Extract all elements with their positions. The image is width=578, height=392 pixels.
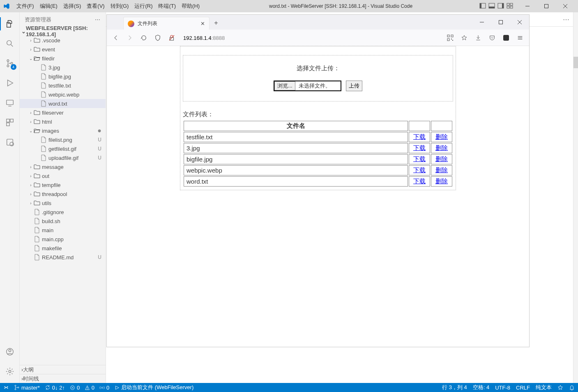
folder-html[interactable]: ›html (20, 117, 106, 126)
qr-icon[interactable] (445, 33, 455, 43)
menu-view[interactable]: 查看(V) (84, 1, 107, 11)
file-main[interactable]: main (20, 226, 106, 235)
timeline-section[interactable]: ›时间线 (20, 374, 106, 383)
outline-section[interactable]: ›大纲 (20, 365, 106, 374)
file-getfilelist.gif[interactable]: getfilelist.gifU (20, 144, 106, 153)
menu-run[interactable]: 运行(R) (132, 1, 155, 11)
folder-threadpool[interactable]: ›threadpool (20, 189, 106, 198)
svg-rect-7 (510, 3, 513, 5)
layout-primary-sidebar-icon[interactable] (479, 2, 486, 10)
file-README.md[interactable]: README.mdU (20, 253, 106, 262)
status-launch[interactable]: 启动当前文件 (WebFileServer) (114, 384, 193, 391)
folder-out[interactable]: ›out (20, 171, 106, 180)
activity-extra[interactable] (0, 134, 20, 150)
folder-message[interactable]: ›message (20, 162, 106, 171)
download-link[interactable]: 下载 (409, 165, 430, 175)
menu-selection[interactable]: 选择(S) (61, 1, 83, 11)
activity-run-debug[interactable] (0, 75, 20, 91)
menu-edit[interactable]: 编辑(E) (37, 1, 60, 11)
download-icon[interactable] (473, 33, 483, 43)
nav-forward-icon[interactable] (125, 33, 135, 43)
shield-icon[interactable] (153, 33, 163, 43)
file-build.sh[interactable]: build.sh (20, 217, 106, 226)
file-makefile[interactable]: makefile (20, 244, 106, 253)
layout-customize-icon[interactable] (507, 2, 513, 10)
folder-tempfile[interactable]: ›tempfile (20, 180, 106, 189)
status-encoding[interactable]: UTF-8 (495, 385, 510, 391)
status-problems[interactable]: 0 0 (70, 385, 94, 391)
tab-close-icon[interactable]: ✕ (200, 21, 205, 27)
delete-link[interactable]: 删除 (431, 143, 452, 153)
lock-icon[interactable] (167, 33, 177, 43)
menu-go[interactable]: 转到(G) (108, 1, 131, 11)
status-spaces[interactable]: 空格: 4 (473, 384, 489, 391)
file-chooser[interactable]: 浏览... 未选择文件。 (274, 81, 341, 91)
editor-more-icon[interactable]: ⋯ (563, 16, 570, 23)
folder-utils[interactable]: ›utils (20, 198, 106, 208)
delete-link[interactable]: 删除 (431, 154, 452, 164)
browser-viewport[interactable]: 选择文件上传： 浏览... 未选择文件。 上传 文件列表： 文件名 testfi… (107, 46, 529, 347)
layout-panel-icon[interactable] (488, 2, 495, 10)
menu-terminal[interactable]: 终端(T) (156, 1, 178, 11)
app-menu-icon[interactable] (515, 33, 525, 43)
activity-explorer[interactable] (0, 16, 20, 32)
file-filelist.png[interactable]: filelist.pngU (20, 135, 106, 144)
file-testfile.txt[interactable]: testfile.txt (20, 81, 106, 90)
status-lncol[interactable]: 行 3，列 4 (442, 384, 467, 391)
account-icon[interactable] (501, 33, 511, 43)
folder-fileserver[interactable]: ›fileserver (20, 108, 106, 117)
download-link[interactable]: 下载 (409, 176, 430, 187)
window-maximize-button[interactable] (537, 0, 556, 12)
url-bar[interactable]: 192.168.1.4:8888 (181, 35, 441, 41)
activity-settings[interactable] (0, 363, 20, 380)
menu-help[interactable]: 帮助(H) (179, 1, 202, 11)
status-bell-icon[interactable] (569, 385, 575, 390)
file-.gitignore[interactable]: .gitignore (20, 208, 106, 217)
download-link[interactable]: 下载 (409, 154, 430, 164)
bookmark-star-icon[interactable] (459, 33, 469, 43)
folder-event[interactable]: ›event (20, 45, 106, 54)
folder-images[interactable]: ⌄images● (20, 126, 106, 135)
activity-remote-explorer[interactable] (0, 95, 20, 111)
activity-source-control[interactable]: 4 (0, 55, 20, 71)
browser-minimize-button[interactable] (472, 15, 491, 30)
window-close-button[interactable] (556, 0, 575, 12)
layout-secondary-sidebar-icon[interactable] (497, 2, 504, 10)
nav-back-icon[interactable] (111, 33, 121, 43)
file-uploadfile.gif[interactable]: uploadfile.gifU (20, 153, 106, 162)
browse-button[interactable]: 浏览... (274, 81, 295, 90)
delete-link[interactable]: 删除 (431, 165, 452, 175)
browser-maximize-button[interactable] (491, 15, 510, 30)
status-ports[interactable]: 0 (99, 385, 109, 391)
window-minimize-button[interactable] (518, 0, 537, 12)
explorer-root[interactable]: ⌄ WEBFILESERVER [SSH: 192.168.1.4] (20, 27, 106, 36)
download-link[interactable]: 下载 (409, 132, 430, 142)
status-feedback-icon[interactable] (557, 385, 563, 390)
status-remote[interactable] (3, 385, 9, 390)
upload-submit-button[interactable]: 上传 (346, 81, 362, 91)
status-language[interactable]: 纯文本 (536, 384, 552, 391)
activity-accounts[interactable] (0, 344, 20, 360)
file-3.jpg[interactable]: 3.jpg (20, 63, 106, 72)
browser-tab[interactable]: 文件列表 ✕ (123, 17, 210, 30)
file-word.txt[interactable]: word.txt (20, 99, 106, 108)
activity-extensions[interactable] (0, 114, 20, 131)
file-main.cpp[interactable]: main.cpp (20, 235, 106, 244)
activity-search[interactable] (0, 35, 20, 52)
menu-file[interactable]: 文件(F) (14, 1, 37, 11)
delete-link[interactable]: 删除 (431, 132, 452, 142)
status-branch[interactable]: master* (14, 385, 40, 391)
folder-filedir[interactable]: ⌄filedir (20, 54, 106, 63)
pocket-icon[interactable] (487, 33, 497, 43)
file-bigfile.jpg[interactable]: bigfile.jpg (20, 72, 106, 81)
download-link[interactable]: 下载 (409, 143, 430, 153)
browser-close-button[interactable] (510, 15, 529, 30)
status-sync[interactable]: 0↓ 2↑ (45, 385, 65, 391)
new-tab-button[interactable]: + (210, 16, 223, 30)
sidebar-more-icon[interactable]: ⋯ (95, 16, 101, 23)
file-webpic.webp[interactable]: webpic.webp (20, 90, 106, 99)
folder-.vscode[interactable]: ›.vscode (20, 36, 106, 45)
delete-link[interactable]: 删除 (431, 176, 452, 187)
nav-reload-icon[interactable] (139, 33, 149, 43)
status-eol[interactable]: CRLF (516, 385, 530, 391)
